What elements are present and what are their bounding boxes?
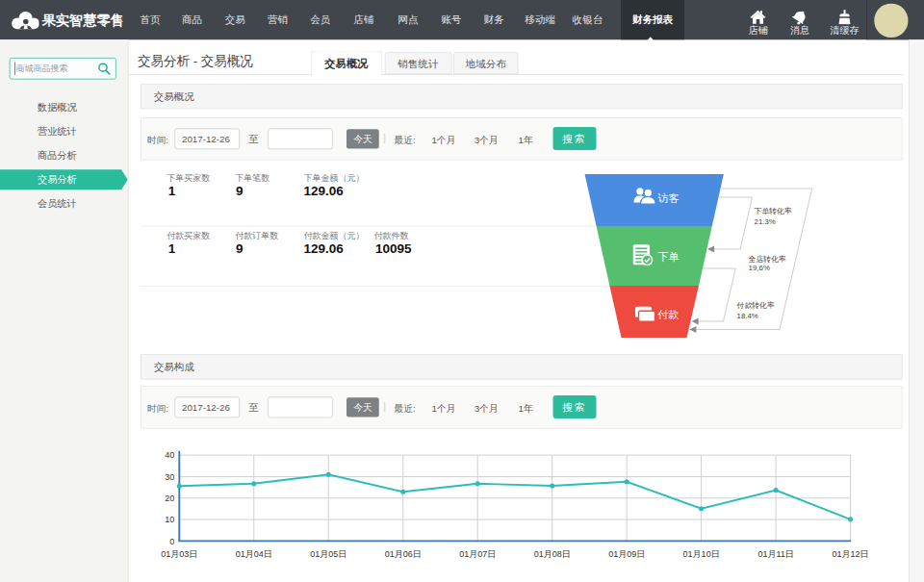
svg-text:10: 10: [165, 515, 174, 524]
svg-text:01月06日: 01月06日: [385, 549, 422, 559]
svg-text:19,6%: 19,6%: [749, 264, 770, 272]
svg-text:01月04日: 01月04日: [236, 549, 272, 559]
svg-text:0: 0: [169, 537, 174, 546]
svg-text:付款: 付款: [656, 309, 680, 320]
svg-text:付款转化率: 付款转化率: [736, 301, 775, 310]
svg-text:01月09日: 01月09日: [608, 549, 645, 559]
svg-text:21.3%: 21.3%: [755, 217, 776, 226]
svg-text:下单: 下单: [657, 251, 680, 263]
svg-text:下单转化率: 下单转化率: [755, 207, 792, 215]
svg-text:01月08日: 01月08日: [534, 549, 571, 559]
svg-text:访客: 访客: [657, 192, 680, 204]
svg-text:30: 30: [165, 472, 174, 482]
svg-text:40: 40: [165, 450, 174, 460]
svg-text:01月03日: 01月03日: [161, 549, 197, 559]
svg-text:18.4%: 18.4%: [737, 312, 758, 320]
svg-text:01月11日: 01月11日: [757, 549, 793, 559]
svg-text:01月12日: 01月12日: [833, 549, 869, 559]
svg-text:01月10日: 01月10日: [683, 549, 720, 559]
svg-text:01月05日: 01月05日: [310, 549, 346, 559]
svg-text:01月07日: 01月07日: [459, 549, 496, 559]
svg-text:全店转化率: 全店转化率: [749, 255, 786, 264]
svg-text:20: 20: [165, 493, 174, 503]
